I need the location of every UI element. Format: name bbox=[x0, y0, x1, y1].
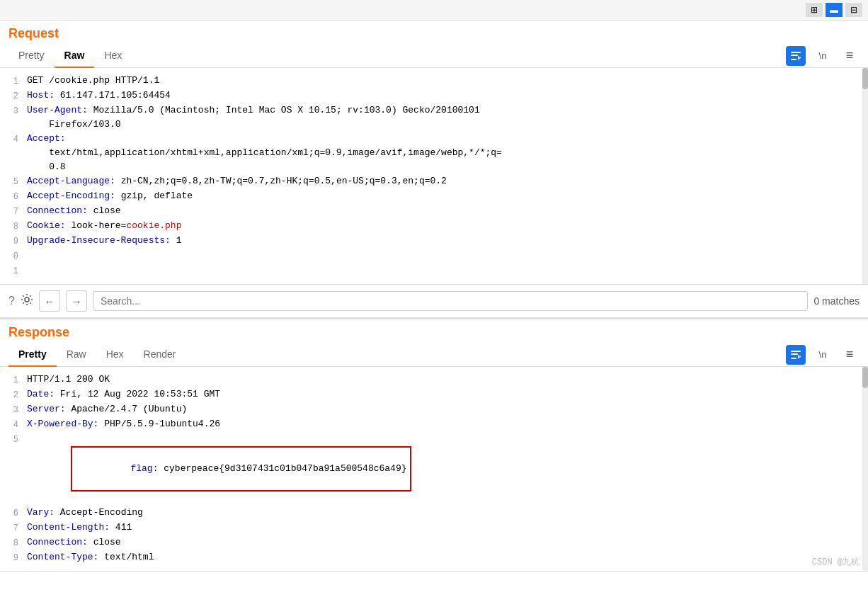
tab-pretty-request[interactable]: Pretty bbox=[8, 44, 55, 68]
response-line-7: 7 Content-Length: 411 bbox=[0, 521, 868, 535]
request-code-area: 1 GET /cookie.php HTTP/1.1 2 Host: 61.14… bbox=[0, 68, 868, 284]
match-count: 0 matches bbox=[813, 295, 860, 307]
request-tab-bar: Pretty Raw Hex \n ≡ bbox=[0, 44, 868, 68]
request-line-1: 1 GET /cookie.php HTTP/1.1 bbox=[0, 74, 868, 89]
request-line-2: 2 Host: 61.147.171.105:64454 bbox=[0, 89, 868, 103]
menu-icon-response[interactable]: ≡ bbox=[840, 345, 860, 365]
back-button[interactable]: ← bbox=[39, 290, 60, 312]
tab-raw-request[interactable]: Raw bbox=[55, 44, 95, 68]
tab-render-response[interactable]: Render bbox=[134, 343, 186, 367]
response-tab-actions: \n ≡ bbox=[786, 345, 860, 365]
tab-hex-response[interactable]: Hex bbox=[96, 343, 134, 367]
request-panel: Request Pretty Raw Hex \n ≡ 1 GET /coo bbox=[0, 21, 868, 319]
svg-rect-2 bbox=[791, 59, 796, 60]
response-scrollbar[interactable] bbox=[862, 367, 868, 571]
response-line-5: 5 flag: cyberpeace{9d3107431c01b047ba91a… bbox=[0, 432, 868, 506]
request-header: Request bbox=[0, 21, 868, 44]
svg-rect-4 bbox=[791, 351, 801, 352]
request-line-7: 7 Connection: close bbox=[0, 204, 868, 219]
request-line-8: 8 Cookie: look-here=cookie.php bbox=[0, 219, 868, 234]
help-icon[interactable]: ? bbox=[8, 295, 15, 307]
response-tab-bar: Pretty Raw Hex Render \n ≡ bbox=[0, 343, 868, 367]
response-line-6: 6 Vary: Accept-Encoding bbox=[0, 506, 868, 521]
menu-icon-request[interactable]: ≡ bbox=[840, 46, 860, 66]
request-title: Request bbox=[8, 26, 59, 40]
wrap-icon-response[interactable] bbox=[786, 345, 806, 365]
svg-rect-0 bbox=[791, 52, 801, 53]
request-line-11: 1 bbox=[0, 263, 868, 278]
svg-rect-5 bbox=[791, 353, 798, 355]
request-line-6: 6 Accept-Encoding: gzip, deflate bbox=[0, 189, 868, 204]
tile-left-button[interactable]: ⊞ bbox=[806, 3, 823, 17]
request-line-9: 9 Upgrade-Insecure-Requests: 1 bbox=[0, 234, 868, 249]
response-line-4: 4 X-Powered-By: PHP/5.5.9-1ubuntu4.26 bbox=[0, 417, 868, 432]
response-code-area: 1 HTTP/1.1 200 OK 2 Date: Fri, 12 Aug 20… bbox=[0, 367, 868, 571]
request-line-3: 3 User-Agent: Mozilla/5.0 (Macintosh; In… bbox=[0, 103, 868, 132]
newline-icon-request[interactable]: \n bbox=[813, 46, 833, 66]
tab-pretty-response[interactable]: Pretty bbox=[8, 343, 57, 367]
request-line-10: 0 bbox=[0, 249, 868, 263]
request-scrollbar[interactable] bbox=[862, 68, 868, 284]
request-tab-actions: \n ≡ bbox=[786, 46, 860, 66]
request-search-bar: ? ← → 0 matches bbox=[0, 284, 868, 319]
svg-point-3 bbox=[25, 297, 29, 302]
tab-raw-response[interactable]: Raw bbox=[57, 343, 96, 367]
watermark: CSDN @九杭 bbox=[812, 556, 860, 568]
response-line-3: 3 Server: Apache/2.4.7 (Ubuntu) bbox=[0, 402, 868, 417]
window-controls: ⊞ ▬ ⊟ bbox=[0, 0, 868, 21]
search-input[interactable] bbox=[93, 291, 809, 311]
settings-icon[interactable] bbox=[21, 293, 33, 309]
response-panel: Response Pretty Raw Hex Render \n ≡ 1 bbox=[0, 319, 868, 572]
tile-right-button[interactable]: ⊟ bbox=[845, 3, 862, 17]
response-line-2: 2 Date: Fri, 12 Aug 2022 10:53:51 GMT bbox=[0, 387, 868, 402]
maximize-button[interactable]: ▬ bbox=[826, 3, 843, 17]
request-line-5: 5 Accept-Language: zh-CN,zh;q=0.8,zh-TW;… bbox=[0, 174, 868, 189]
forward-button[interactable]: → bbox=[66, 290, 87, 312]
request-line-4: 4 Accept: text/html,application/xhtml+xm… bbox=[0, 132, 868, 174]
svg-rect-1 bbox=[791, 55, 798, 56]
response-line-8: 8 Connection: close bbox=[0, 535, 868, 550]
wrap-icon-request[interactable] bbox=[786, 46, 806, 66]
response-header: Response bbox=[0, 319, 868, 343]
newline-icon-response[interactable]: \n bbox=[813, 345, 833, 365]
response-line-9: 9 Content-Type: text/html bbox=[0, 550, 868, 565]
svg-rect-6 bbox=[791, 358, 796, 359]
response-title: Response bbox=[8, 325, 69, 339]
response-line-1: 1 HTTP/1.1 200 OK bbox=[0, 373, 868, 387]
tab-hex-request[interactable]: Hex bbox=[94, 44, 132, 68]
